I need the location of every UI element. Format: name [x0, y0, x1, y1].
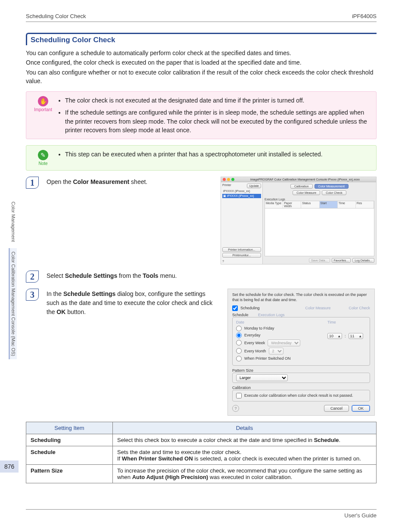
pencil-icon: ✎ — [38, 150, 48, 160]
col-time[interactable]: Time — [338, 201, 356, 208]
opt-mon-fri: Monday to Friday — [244, 326, 274, 330]
step-3-text: In the Schedule Settings dialog box, con… — [47, 289, 219, 317]
note-callout: ✎ Note This step can be executed when a … — [26, 145, 377, 171]
minimize-icon[interactable] — [227, 178, 230, 181]
opt-switched-on: When Printer Switched ON — [244, 356, 291, 361]
radio-everyday[interactable] — [236, 333, 242, 338]
link-color-check[interactable]: Color Check — [349, 306, 370, 310]
col-details: Details — [113, 422, 377, 434]
tab-color-measurement[interactable]: Color Measurement — [314, 184, 349, 189]
table-row: Scheduling Select this check box to exec… — [26, 434, 377, 446]
s3-b2: OK — [56, 308, 65, 315]
row1-details: Select this check box to execute a color… — [113, 434, 377, 446]
close-icon[interactable] — [223, 178, 226, 181]
s1-bold: Color Measurement — [73, 178, 130, 185]
help-icon[interactable]: ? — [222, 260, 261, 263]
ok-button[interactable]: OK — [352, 405, 370, 412]
intro-p1: You can configure a schedule to automati… — [26, 49, 377, 57]
table-row: Pattern Size To increase the precision o… — [26, 464, 377, 483]
important-item-1: The color check is not executed at the d… — [65, 96, 370, 105]
printer-tree-parent[interactable]: iPXXXX (iPxxxx_xx) — [222, 189, 261, 193]
s1-post: sheet. — [129, 178, 147, 185]
header-left: Scheduling Color Check — [26, 13, 86, 19]
scheduling-checkbox[interactable] — [232, 305, 238, 311]
step-2: 2 Select Schedule Settings from the Tool… — [26, 271, 377, 283]
hour-value: 10 — [329, 334, 333, 338]
s2-b1: Schedule Settings — [65, 272, 117, 279]
opt-everyday: Everyday — [244, 333, 261, 337]
radio-switched-on[interactable] — [236, 356, 242, 361]
col-status[interactable]: Status — [301, 201, 319, 208]
opt-every-week: Every Week — [244, 341, 265, 345]
printer-tree-selected[interactable]: ▣ iPXXXX (iPxxxx_xx) — [222, 194, 261, 198]
page-footer: User's Guide — [26, 509, 377, 519]
radio-mon-fri[interactable] — [236, 326, 242, 331]
weekday-select[interactable]: Wednesday — [268, 339, 300, 346]
pattern-size-label: Pattern Size — [232, 368, 370, 373]
col-media-type[interactable]: Media Type — [265, 201, 283, 208]
chevron-up-down-icon[interactable]: ▴ — [359, 334, 361, 338]
step-3: 3 In the Schedule Settings dialog box, c… — [26, 289, 377, 415]
printer-info-button[interactable]: Printer Information... — [222, 247, 261, 252]
calibration-label: Calibration — [232, 386, 370, 390]
dialog-description: Set the schedule for the color check. Th… — [232, 292, 370, 302]
s2-b2: Tools — [143, 272, 158, 279]
s3-post: button. — [65, 308, 86, 315]
minute-stepper[interactable]: 11▴ — [349, 333, 363, 339]
schedule-fieldset: Date Monday to Friday Everyday Every Wee… — [232, 317, 370, 366]
step-number-3: 3 — [26, 289, 39, 301]
subtab-color-measure[interactable]: Color Measure — [293, 190, 320, 195]
window-titlebar: imagePROGRAF Color Calibration Managemen… — [221, 177, 376, 182]
settings-table: Setting Item Details Scheduling Select t… — [26, 422, 377, 483]
exec-logs-label: Execution Logs — [258, 313, 285, 317]
logs-header: Media Type Paper Width Status Start Time… — [265, 201, 374, 208]
monthday-select[interactable]: 2 — [269, 348, 283, 355]
note-label: Note — [32, 161, 54, 166]
radio-every-month[interactable] — [236, 348, 242, 354]
important-item-2: If the schedule settings are configured … — [65, 108, 370, 134]
subtab-color-check[interactable]: Color Check — [322, 190, 346, 195]
cancel-button[interactable]: Cancel — [324, 405, 349, 412]
s2-pre: Select — [47, 272, 65, 279]
calibration-fieldset: Execute color calibration when color che… — [232, 390, 370, 401]
minute-value: 11 — [350, 334, 355, 338]
important-label: Important — [32, 107, 54, 112]
logs-body — [265, 208, 374, 256]
link-color-measure[interactable]: Color Measure — [305, 306, 330, 310]
intro: You can configure a schedule to automati… — [26, 49, 377, 85]
hour-stepper[interactable]: 10▴ — [327, 333, 342, 339]
log-details-button[interactable]: Log Details... — [352, 258, 374, 263]
s2-post: menu. — [159, 272, 177, 279]
important-callout: ✋ Important The color check is not execu… — [26, 91, 377, 139]
row2-details: Sets the date and time to execute the co… — [113, 446, 377, 464]
intro-p3: You can also configure whether or not to… — [26, 68, 377, 86]
chevron-up-down-icon[interactable]: ▴ — [338, 334, 340, 338]
screenshot-schedule-settings: Set the schedule for the color check. Th… — [227, 289, 375, 415]
favorites-button[interactable]: Favorites... — [332, 258, 351, 263]
help-icon[interactable]: ? — [232, 405, 239, 412]
screenshot-color-measurement: imagePROGRAF Color Calibration Managemen… — [221, 177, 377, 264]
update-button[interactable]: Update — [247, 184, 261, 188]
save-data-button[interactable]: Save Data... — [309, 258, 330, 263]
col-paper-width[interactable]: Paper Width — [283, 201, 301, 208]
zoom-icon[interactable] — [231, 178, 234, 181]
s3-pre: In the — [47, 290, 63, 297]
col-start[interactable]: Start — [320, 201, 338, 208]
printer-tree-child: iPXXXX (iPxxxx_xx) — [227, 194, 254, 197]
table-row: Schedule Sets the date and time to execu… — [26, 446, 377, 464]
pattern-size-select[interactable]: Larger — [236, 374, 288, 381]
hand-icon: ✋ — [38, 96, 48, 106]
date-label: Date — [236, 320, 322, 324]
section-title-wrap: Scheduling Color Check — [26, 33, 377, 45]
radio-every-week[interactable] — [236, 340, 242, 345]
s3-b1: Schedule Settings — [63, 290, 115, 297]
calibration-checkbox[interactable] — [236, 393, 242, 398]
col-res[interactable]: Res — [356, 201, 374, 208]
section-title: Scheduling Color Check — [31, 36, 115, 44]
step-1: 1 Open the Color Measurement sheet. imag… — [26, 177, 377, 264]
intro-p2: Once configured, the color check is exec… — [26, 58, 377, 67]
note-item-1: This step can be executed when a printer… — [65, 150, 370, 159]
tab-calibration[interactable]: Calibration — [290, 184, 312, 189]
row3-details: To increase the precision of the color c… — [113, 464, 377, 483]
printmonitor-button[interactable]: Printmonitor... — [222, 253, 261, 258]
